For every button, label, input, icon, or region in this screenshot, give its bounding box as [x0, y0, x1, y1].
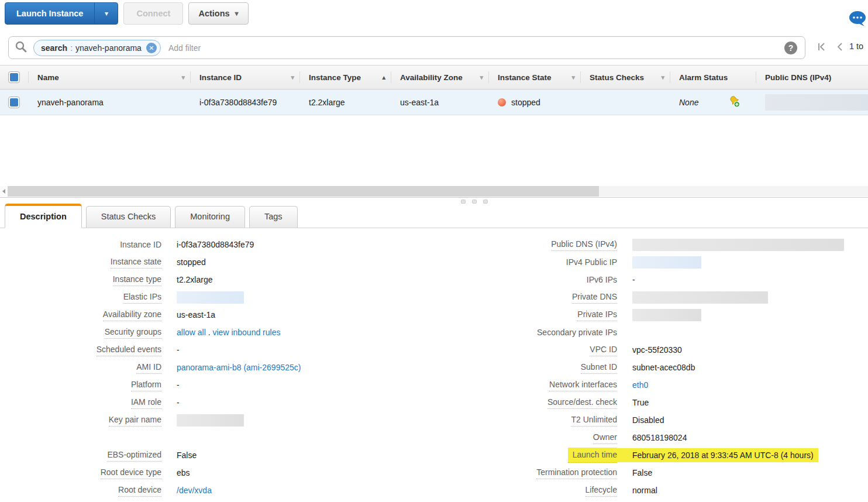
row-select-cell	[0, 90, 28, 115]
row-checkbox[interactable]	[8, 97, 20, 108]
search-filter-pill[interactable]: search : ynaveh-panorama ✕	[33, 40, 161, 56]
value-text: -	[177, 345, 180, 355]
column-header-alarm-status[interactable]: Alarm Status	[670, 66, 756, 89]
spacer-row	[0, 429, 433, 446]
field-label: EBS-optimized	[107, 450, 161, 462]
scroll-left-icon[interactable]	[0, 186, 8, 197]
redacted-value	[177, 414, 244, 427]
field-label: IPv4 Public IP	[566, 257, 617, 267]
value-link[interactable]: view inbound rules	[212, 328, 280, 337]
tab-tags[interactable]: Tags	[249, 206, 298, 228]
filter-value: ynaveh-panorama	[75, 43, 142, 53]
launch-instance-button[interactable]: Launch Instance ▾	[5, 2, 118, 25]
desc-col-left: Instance IDi-0f3a7380d8843fe79Instance s…	[0, 236, 433, 499]
redacted-value	[177, 291, 244, 304]
select-all-checkbox[interactable]	[8, 71, 20, 83]
value-link[interactable]: /dev/xvda	[177, 486, 212, 495]
desc-row: Security groupsallow all . view inbound …	[0, 324, 433, 341]
field-value: us-east-1a	[177, 310, 215, 319]
desc-row: Private IPs	[456, 306, 868, 324]
sort-down-icon: ▾	[181, 74, 185, 81]
feedback-icon[interactable]	[848, 10, 867, 27]
value-text: False	[632, 468, 652, 477]
launch-instance-label[interactable]: Launch Instance	[5, 3, 94, 24]
value-text: subnet-acec08db	[632, 363, 695, 372]
column-header-availability-zone[interactable]: Availability Zone▾	[391, 66, 488, 89]
redacted-value	[632, 239, 844, 251]
tab-description[interactable]: Description	[5, 204, 82, 228]
field-value: /dev/xvda	[177, 486, 212, 495]
desc-row: Owner680518198024	[456, 429, 868, 446]
filter-separator: :	[70, 43, 73, 53]
field-value	[632, 291, 768, 304]
column-header-name[interactable]: Name▾	[28, 66, 190, 89]
field-value: i-0f3a7380d8843fe79	[177, 240, 254, 249]
field-label: Key pair name	[109, 415, 161, 427]
field-label: Instance ID	[120, 240, 161, 250]
ec2-console: Launch Instance ▾ Connect Actions▾ searc…	[0, 0, 868, 502]
redacted-public-dns	[765, 94, 868, 111]
desc-row: Public DNS (IPv4)	[456, 236, 868, 253]
redacted-value	[632, 291, 768, 304]
alarm-status-text: None	[679, 98, 698, 107]
field-label: Instance state	[111, 257, 161, 269]
panel-resize-handle[interactable]	[461, 200, 488, 204]
value-text: False	[177, 451, 197, 460]
value-link[interactable]: eth0	[632, 380, 648, 390]
column-header-public-dns[interactable]: Public DNS (IPv4)	[756, 66, 868, 89]
search-input[interactable]: search : ynaveh-panorama ✕ Add filter ?	[8, 36, 805, 59]
value-link[interactable]: panorama-ami-b8 (ami-2699525c)	[177, 363, 301, 372]
prev-page-icon[interactable]	[835, 41, 845, 55]
sort-down-icon: ▾	[661, 74, 664, 81]
cell-instance-type: t2.2xlarge	[299, 90, 391, 115]
create-alarm-icon[interactable]	[728, 95, 740, 109]
column-header-instance-state[interactable]: Instance State▾	[488, 66, 580, 89]
value-link[interactable]: allow all	[177, 328, 206, 337]
field-value: False	[632, 468, 652, 477]
help-icon[interactable]: ?	[784, 42, 797, 54]
value-text: -	[632, 275, 635, 284]
field-label: Network interfaces	[549, 380, 617, 391]
field-value	[632, 239, 844, 251]
column-header-status-checks[interactable]: Status Checks▾	[580, 66, 670, 89]
desc-row: IPv6 IPs-	[456, 271, 868, 288]
column-header-instance-id[interactable]: Instance ID▾	[190, 66, 299, 89]
field-value: t2.2xlarge	[177, 275, 212, 284]
filter-bar: search : ynaveh-panorama ✕ Add filter ? …	[0, 33, 868, 65]
value-text: 680518198024	[632, 433, 687, 442]
field-label: Launch time	[568, 448, 617, 463]
desc-row: Source/dest. checkTrue	[456, 394, 868, 411]
stopped-state-icon	[498, 98, 506, 106]
desc-row: Elastic IPs	[0, 288, 433, 306]
instance-row[interactable]: ynaveh-panorama i-0f3a7380d8843fe79 t2.2…	[0, 90, 868, 115]
desc-row: Termination protectionFalse	[456, 464, 868, 482]
value-text: vpc-55f20330	[632, 345, 682, 355]
sort-down-icon: ▾	[571, 74, 575, 81]
description-panel: Instance IDi-0f3a7380d8843fe79Instance s…	[0, 228, 868, 502]
field-value: ebs	[177, 468, 190, 477]
value-text: .	[206, 328, 213, 337]
field-value: True	[632, 398, 649, 407]
value-text: -	[177, 398, 180, 407]
scrollbar-thumb[interactable]	[8, 186, 599, 197]
actions-button[interactable]: Actions▾	[188, 2, 248, 25]
launch-instance-caret[interactable]: ▾	[94, 3, 118, 24]
desc-row: Network interfaceseth0	[456, 376, 868, 394]
tab-status-checks[interactable]: Status Checks	[86, 206, 171, 228]
search-icon	[15, 40, 27, 56]
connect-button[interactable]: Connect	[123, 2, 183, 25]
desc-row: VPC IDvpc-55f20330	[456, 341, 868, 359]
value-text: i-0f3a7380d8843fe79	[177, 240, 254, 249]
remove-filter-icon[interactable]: ✕	[146, 43, 157, 53]
add-filter-placeholder[interactable]: Add filter	[168, 43, 201, 53]
horizontal-scrollbar	[0, 186, 868, 197]
field-label: Termination protection	[536, 467, 617, 479]
field-label: Private IPs	[577, 310, 617, 321]
value-text: normal	[632, 486, 657, 495]
select-all-cell	[0, 66, 28, 89]
first-page-icon[interactable]	[816, 41, 828, 55]
column-header-instance-type[interactable]: Instance Type▴	[299, 66, 391, 89]
desc-row: T2 UnlimitedDisabled	[456, 411, 868, 429]
field-label: Root device type	[101, 467, 161, 479]
tab-monitoring[interactable]: Monitoring	[175, 206, 245, 228]
